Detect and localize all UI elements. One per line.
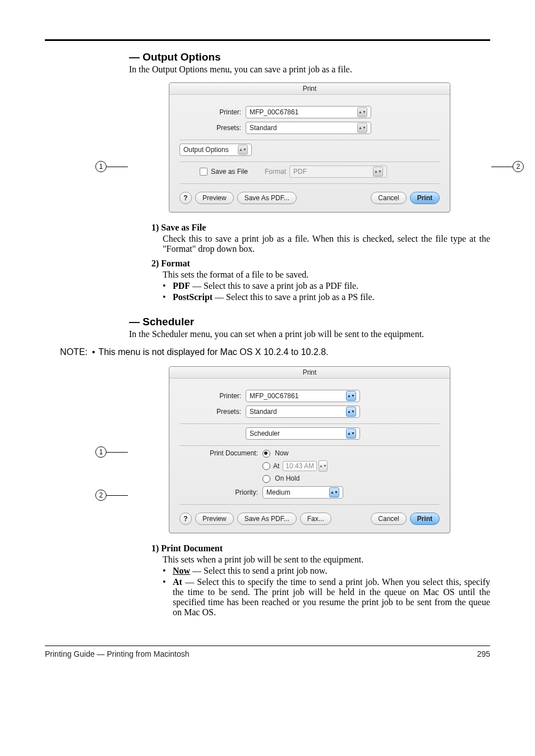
printer-label: Printer: (179, 108, 246, 116)
page-footer: Printing Guide — Printing from Macintosh… (45, 646, 490, 658)
save-as-file-label: Save as File (211, 168, 248, 176)
footer-left: Printing Guide — Printing from Macintosh (45, 649, 190, 658)
presets-select[interactable]: Standard ▲▼ (246, 405, 360, 418)
presets-value: Standard (250, 408, 277, 416)
divider (179, 140, 440, 140)
divider (179, 504, 440, 505)
fax-button[interactable]: Fax... (300, 513, 331, 525)
pane-value: Scheduler (250, 430, 280, 437)
printer-value: MFP_00C67861 (250, 108, 298, 116)
help-button[interactable]: ? (179, 513, 192, 525)
chevron-updown-icon: ▲▼ (346, 428, 356, 439)
save-as-pdf-button[interactable]: Save As PDF... (237, 513, 297, 525)
callout-line (491, 167, 513, 167)
bullet-term: PostScript (173, 292, 213, 302)
pane-select[interactable]: Scheduler ▲▼ (246, 427, 360, 440)
note-label: NOTE: (43, 347, 92, 357)
printer-value: MFP_00C67861 (250, 392, 298, 400)
chevron-updown-icon: ▲▼ (357, 123, 367, 133)
callout-number-1: 1 (95, 161, 107, 172)
dialog-title: Print (169, 367, 450, 379)
presets-select[interactable]: Standard ▲▼ (246, 122, 371, 134)
priority-value: Medium (266, 488, 290, 496)
radio-at-label: At (273, 462, 279, 470)
bullet-item: PostScript — Select this to save a print… (163, 292, 490, 302)
footer-page-number: 295 (477, 649, 490, 658)
divider (179, 423, 440, 424)
print-button[interactable]: Print (410, 192, 440, 204)
priority-select[interactable]: Medium ▲▼ (262, 486, 343, 499)
printer-select[interactable]: MFP_00C67861 ▲▼ (246, 390, 360, 402)
format-label: Format (265, 168, 286, 176)
presets-value: Standard (250, 124, 277, 132)
bullet-term: Now (173, 566, 190, 575)
presets-label: Presets: (179, 124, 246, 132)
radio-at[interactable] (262, 462, 270, 470)
preview-button[interactable]: Preview (195, 192, 234, 204)
callout-number-1: 1 (95, 446, 107, 458)
output-options-list: 1) Save as File Check this to save a pri… (151, 223, 490, 302)
priority-label: Priority: (179, 488, 262, 496)
item-desc: This sets when a print job will be sent … (163, 555, 490, 565)
item-title: Save as File (161, 223, 206, 232)
bullet-text: — Select this to save a print job as a P… (190, 281, 358, 291)
callout-2-right: 2 (491, 161, 524, 172)
chevron-updown-icon: ▲▼ (373, 167, 383, 177)
printer-label: Printer: (179, 392, 246, 400)
item-title: Print Document (161, 543, 223, 553)
item-desc: Check this to save a print job as a file… (163, 234, 490, 254)
help-button[interactable]: ? (179, 192, 192, 204)
dialog-title: Print (169, 83, 450, 95)
cancel-button[interactable]: Cancel (371, 192, 406, 204)
chevron-updown-icon: ▲▼ (346, 407, 356, 417)
print-button[interactable]: Print (410, 513, 440, 525)
print-document-label: Print Document: (179, 449, 262, 457)
save-as-pdf-button[interactable]: Save As PDF... (237, 192, 297, 204)
save-as-file-checkbox[interactable] (200, 168, 207, 176)
note-row: NOTE: • This menu is not displayed for M… (43, 347, 490, 357)
at-time-field[interactable]: 10:43 AM (283, 461, 317, 471)
callout-2-left: 2 (95, 490, 128, 501)
printer-select[interactable]: MFP_00C67861 ▲▼ (246, 106, 371, 118)
bullet-item: PDF — Select this to save a print job as… (163, 281, 490, 291)
pane-select[interactable]: Output Options ▲▼ (179, 144, 252, 156)
cancel-button[interactable]: Cancel (371, 513, 406, 525)
callout-number-2: 2 (513, 161, 524, 172)
format-select[interactable]: PDF ▲▼ (289, 165, 387, 178)
bullet-item: Now — Select this to send a print job no… (163, 566, 490, 576)
callout-number-2: 2 (95, 490, 107, 501)
callout-1-left: 1 (95, 161, 128, 172)
bullet-term: PDF (173, 281, 190, 291)
bullet-term: At (173, 577, 182, 587)
item-number: 1) (151, 543, 159, 553)
callout-line (107, 167, 128, 167)
divider (179, 183, 440, 184)
chevron-updown-icon: ▲▼ (346, 391, 356, 401)
radio-now[interactable] (262, 450, 270, 458)
scheduler-dialog-wrap: 1 2 Print Printer: MFP_00C67861 ▲▼ (129, 366, 490, 533)
format-value: PDF (293, 168, 307, 176)
item-desc: This sets the format of a file to be sav… (163, 270, 490, 280)
chevron-updown-icon: ▲▼ (238, 145, 248, 155)
preview-button[interactable]: Preview (195, 513, 234, 525)
bullet-text: — Select this to specify the time to sen… (173, 577, 490, 617)
chevron-updown-icon: ▲▼ (357, 107, 367, 117)
callout-line (107, 452, 128, 453)
note-text: This menu is not displayed for Mac OS X … (99, 347, 329, 357)
bullet-text: — Select this to send a print job now. (190, 566, 327, 575)
chevron-updown-icon: ▲▼ (329, 487, 339, 497)
top-rule (45, 39, 490, 41)
scheduler-intro: In the Scheduler menu, you can set when … (129, 329, 490, 339)
radio-onhold[interactable] (262, 475, 270, 483)
scheduler-list: 1) Print Document This sets when a print… (151, 543, 490, 617)
bullet-item: At — Select this to specify the time to … (163, 577, 490, 617)
callout-line (107, 495, 128, 496)
divider (179, 445, 440, 446)
pane-value: Output Options (183, 146, 229, 154)
print-dialog-output: Print Printer: MFP_00C67861 ▲▼ Presets: … (169, 82, 450, 213)
output-options-intro: In the Output Options menu, you can save… (129, 64, 490, 75)
item-number: 1) (151, 223, 159, 232)
output-options-heading: — Output Options (129, 51, 490, 63)
time-stepper[interactable]: ▲▼ (319, 460, 328, 472)
print-dialog-scheduler: Print Printer: MFP_00C67861 ▲▼ Presets: … (169, 366, 450, 533)
